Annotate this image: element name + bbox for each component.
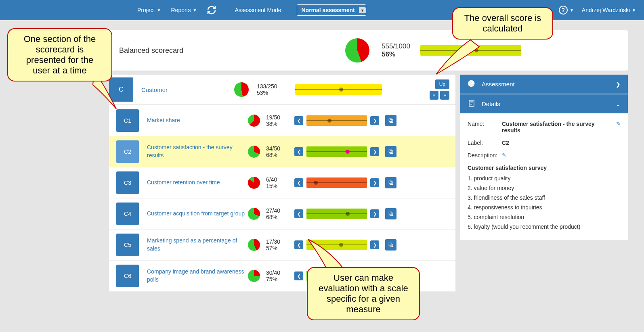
prev-button[interactable]: « (430, 91, 439, 100)
slider-increase-button[interactable]: ❯ (370, 178, 379, 187)
description-list-item: 6. loyalty (would you recomment the prod… (468, 223, 621, 230)
measure-score-percent: 68% (266, 152, 288, 158)
slider-decrease-button[interactable]: ❮ (294, 116, 303, 125)
section-row: C Customer 133/250 53% Up « » (109, 75, 455, 104)
description-list-item: 1. product quality (468, 175, 621, 182)
help-menu[interactable]: ? ▼ (559, 6, 574, 15)
caret-down-icon: ▼ (632, 8, 636, 13)
up-button[interactable]: Up (435, 79, 449, 89)
label-field-label: Label: (468, 140, 502, 146)
svg-rect-0 (390, 120, 393, 123)
measure-name-link[interactable]: Customer satisfaction - the survey resul… (147, 144, 248, 159)
measure-slider[interactable] (306, 146, 367, 157)
callout-bottom-pointer (307, 238, 355, 270)
measure-slider[interactable] (306, 209, 367, 219)
measure-score-fraction: 27/40 (266, 207, 288, 214)
measure-name-link[interactable]: Market share (147, 117, 248, 125)
refresh-icon (207, 5, 216, 15)
assessment-panel-title: Assessment (482, 81, 515, 88)
svg-rect-3 (389, 150, 392, 152)
measure-name-link[interactable]: Customer retention over time (147, 179, 248, 187)
measure-score-percent: 15% (266, 183, 288, 189)
svg-rect-8 (390, 244, 393, 247)
svg-rect-9 (389, 243, 392, 246)
svg-rect-6 (390, 213, 393, 216)
callout-left: One section of the scorecard is presente… (7, 28, 112, 81)
measure-name-link[interactable]: Marketing spend as a percentage of sales (147, 237, 248, 253)
description-list-item: 4. responsiveness to inquiries (468, 204, 621, 211)
refresh-button[interactable] (207, 5, 216, 15)
section-pie-icon (234, 82, 249, 97)
measure-score-fraction: 17/30 (266, 238, 288, 245)
measure-score-fraction: 6/40 (266, 176, 288, 183)
user-menu[interactable]: Andrzej Wardziński ▼ (582, 7, 636, 13)
description-title: Customer satisfaction survey (468, 165, 621, 171)
slider-decrease-button[interactable]: ❮ (294, 178, 303, 187)
callout-bottom: User can make evaluation with a scale sp… (307, 267, 420, 300)
measures-list: C Customer 133/250 53% Up « » (109, 75, 455, 292)
measure-score-percent: 38% (266, 121, 288, 127)
slider-increase-button[interactable]: ❯ (370, 240, 379, 249)
slider-increase-button[interactable]: ❯ (370, 147, 379, 156)
svg-rect-7 (389, 212, 392, 215)
measure-row: C3 Customer retention over time 6/40 15%… (109, 167, 455, 198)
measure-pie-icon (248, 177, 260, 189)
measure-score-percent: 68% (266, 214, 288, 220)
slider-decrease-button[interactable]: ❮ (294, 271, 303, 280)
measure-name-link[interactable]: Customer acquisition from target group (147, 210, 248, 218)
copy-button[interactable] (385, 146, 396, 157)
measure-row: C5 Marketing spend as a percentage of sa… (109, 230, 455, 261)
help-icon: ? (559, 6, 568, 15)
section-name-link[interactable]: Customer (141, 86, 234, 93)
svg-rect-1 (389, 119, 392, 121)
dropdown-icon: ▾ (359, 7, 366, 13)
slider-decrease-button[interactable]: ❮ (294, 147, 303, 156)
description-list-item: 3. friendliness of the sales staff (468, 194, 621, 201)
details-panel-header[interactable]: Details ⌄ (460, 94, 628, 113)
assessment-panel-header[interactable]: Assessment ❯ (460, 75, 628, 94)
copy-button[interactable] (385, 208, 396, 219)
measure-score-fraction: 30/40 (266, 269, 288, 276)
measure-pie-icon (248, 270, 260, 282)
measure-name-link[interactable]: Company image and brand awareness polls (147, 268, 248, 284)
slider-decrease-button[interactable]: ❮ (294, 209, 303, 218)
edit-name-button[interactable]: ✎ (616, 121, 621, 127)
chevron-right-icon: ❯ (616, 81, 621, 88)
measure-pie-icon (248, 146, 260, 158)
document-icon (468, 99, 476, 109)
callout-top-pointer (434, 39, 482, 77)
measure-slider[interactable] (306, 177, 367, 188)
slider-increase-button[interactable]: ❯ (370, 116, 379, 125)
edit-description-button[interactable]: ✎ (502, 152, 506, 158)
svg-rect-2 (390, 151, 393, 154)
details-panel-title: Details (482, 100, 500, 107)
menu-reports[interactable]: Reports ▼ (171, 7, 197, 13)
description-list: 1. product quality2. value for money3. f… (468, 175, 621, 230)
description-field-label: Description: (468, 152, 502, 159)
measure-slider[interactable] (306, 115, 367, 126)
caret-down-icon: ▼ (193, 8, 197, 13)
measure-code-badge: C5 (116, 234, 139, 256)
menu-project-label: Project (137, 7, 155, 13)
copy-button[interactable] (385, 239, 396, 251)
measure-code-badge: C2 (116, 140, 139, 163)
measure-score-fraction: 19/50 (266, 114, 288, 121)
measure-row: C1 Market share 19/50 38% ❮ ❯ (109, 105, 455, 136)
menu-project[interactable]: Project ▼ (137, 7, 161, 13)
scorecard-title: Balanced scorecard (119, 46, 345, 55)
slider-decrease-button[interactable]: ❮ (294, 240, 303, 249)
copy-button[interactable] (385, 177, 396, 188)
section-slider[interactable] (295, 84, 382, 95)
label-field-value: C2 (502, 140, 621, 146)
measure-pie-icon (248, 239, 260, 251)
overall-pie-icon (345, 38, 369, 63)
assessment-mode-select[interactable]: Normal assessment ▾ (297, 4, 366, 16)
section-score-percent: 53% (257, 90, 285, 96)
copy-button[interactable] (385, 115, 396, 126)
menu-reports-label: Reports (171, 7, 191, 13)
svg-rect-4 (390, 182, 393, 185)
slider-increase-button[interactable]: ❯ (370, 209, 379, 218)
next-button[interactable]: » (440, 91, 449, 100)
measure-row: C2 Customer satisfaction - the survey re… (109, 136, 455, 167)
name-field-value: Customer satisfaction - the survey resul… (502, 121, 612, 134)
